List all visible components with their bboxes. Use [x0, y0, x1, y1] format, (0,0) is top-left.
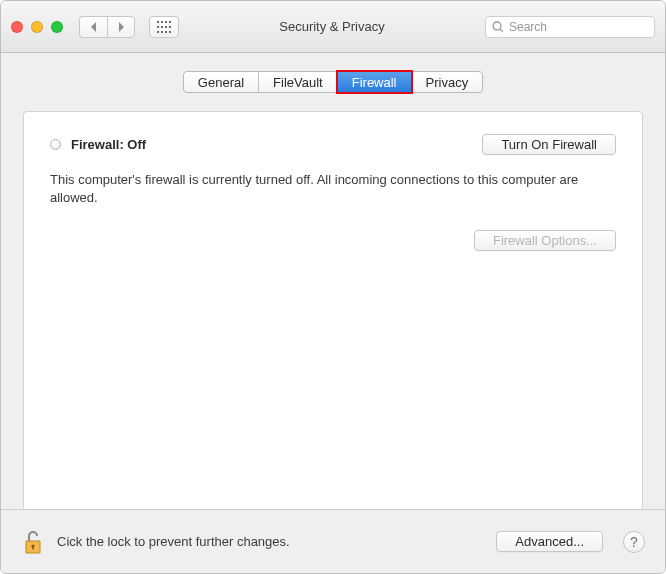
svg-rect-7 — [169, 26, 171, 28]
options-row: Firewall Options... — [50, 230, 616, 251]
back-button[interactable] — [79, 16, 107, 38]
titlebar: Security & Privacy — [1, 1, 665, 53]
unlocked-lock-icon — [23, 529, 43, 555]
svg-rect-2 — [165, 21, 167, 23]
svg-rect-8 — [157, 31, 159, 33]
turn-on-firewall-button[interactable]: Turn On Firewall — [482, 134, 616, 155]
page-title: Security & Privacy — [187, 19, 477, 34]
search-input[interactable] — [509, 20, 648, 34]
search-icon — [492, 21, 504, 33]
lock-button[interactable] — [21, 527, 45, 557]
svg-rect-4 — [157, 26, 159, 28]
content-area: General FileVault Firewall Privacy Firew… — [1, 53, 665, 573]
firewall-description: This computer's firewall is currently tu… — [50, 171, 610, 206]
status-left: Firewall: Off — [50, 137, 146, 152]
advanced-button[interactable]: Advanced... — [496, 531, 603, 552]
status-indicator-icon — [50, 139, 61, 150]
firewall-status-label: Firewall: Off — [71, 137, 146, 152]
svg-rect-10 — [165, 31, 167, 33]
svg-rect-11 — [169, 31, 171, 33]
show-all-button[interactable] — [149, 16, 179, 38]
svg-rect-6 — [165, 26, 167, 28]
search-field[interactable] — [485, 16, 655, 38]
window-controls — [11, 21, 63, 33]
firewall-options-button: Firewall Options... — [474, 230, 616, 251]
svg-rect-5 — [161, 26, 163, 28]
chevron-left-icon — [90, 22, 98, 32]
bottom-bar: Cick the lock to prevent further changes… — [1, 509, 665, 573]
help-button[interactable]: ? — [623, 531, 645, 553]
zoom-icon[interactable] — [51, 21, 63, 33]
svg-rect-0 — [157, 21, 159, 23]
lock-text: Cick the lock to prevent further changes… — [57, 534, 484, 549]
window: Security & Privacy General FileVault Fir… — [0, 0, 666, 574]
minimize-icon[interactable] — [31, 21, 43, 33]
svg-rect-9 — [161, 31, 163, 33]
tab-general[interactable]: General — [184, 72, 259, 92]
close-icon[interactable] — [11, 21, 23, 33]
svg-rect-15 — [32, 546, 33, 550]
firewall-panel: Firewall: Off Turn On Firewall This comp… — [23, 111, 643, 511]
tab-bar: General FileVault Firewall Privacy — [1, 71, 665, 93]
chevron-right-icon — [117, 22, 125, 32]
grid-icon — [157, 21, 171, 33]
tab-privacy[interactable]: Privacy — [412, 72, 483, 92]
tab-filevault[interactable]: FileVault — [259, 72, 338, 92]
svg-point-12 — [493, 22, 501, 30]
svg-rect-3 — [169, 21, 171, 23]
segmented-control: General FileVault Firewall Privacy — [183, 71, 483, 93]
svg-line-13 — [500, 29, 503, 32]
nav-group — [79, 16, 135, 38]
svg-rect-1 — [161, 21, 163, 23]
forward-button[interactable] — [107, 16, 135, 38]
tab-firewall[interactable]: Firewall — [338, 72, 412, 92]
status-row: Firewall: Off Turn On Firewall — [50, 134, 616, 155]
